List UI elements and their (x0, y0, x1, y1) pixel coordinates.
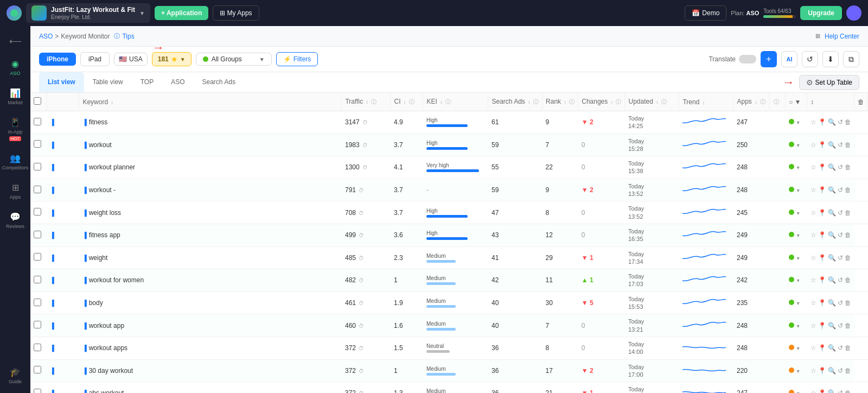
ipad-tab[interactable]: iPad (80, 52, 110, 66)
row-checkbox[interactable] (34, 186, 41, 193)
tab-aso[interactable]: ASO (162, 72, 193, 92)
search-action-icon[interactable]: 🔍 (828, 367, 836, 375)
status-dropdown[interactable]: ▼ (796, 301, 801, 306)
status-dropdown[interactable]: ▼ (796, 324, 801, 329)
refresh-action-icon[interactable]: ↺ (838, 186, 843, 194)
row-checkbox[interactable] (34, 163, 41, 170)
traffic-info-icon[interactable]: ⏱ (359, 345, 364, 351)
row-checkbox[interactable] (34, 389, 41, 393)
tab-list-view[interactable]: List view (39, 72, 84, 92)
status-dropdown[interactable]: ▼ (796, 165, 801, 170)
star-action-icon[interactable]: ☆ (810, 231, 816, 239)
status-dropdown[interactable]: ▼ (796, 369, 801, 374)
row-checkbox[interactable] (34, 321, 41, 328)
header-changes[interactable]: Changes ↕ ⓘ (578, 93, 625, 111)
star-action-icon[interactable]: ☆ (810, 209, 816, 217)
ai-button[interactable]: AI (781, 51, 797, 67)
star-action-icon[interactable]: ☆ (810, 322, 816, 329)
delete-action-icon[interactable]: 🗑 (845, 299, 851, 307)
row-checkbox[interactable] (34, 208, 41, 215)
sidebar-item-inapp[interactable]: 📱 In-App HOT (0, 112, 30, 145)
delete-action-icon[interactable]: 🗑 (845, 276, 851, 284)
row-checkbox[interactable] (34, 231, 41, 238)
tips-label[interactable]: Tips (122, 33, 134, 40)
breadcrumb-aso[interactable]: ASO (39, 33, 53, 40)
status-dropdown[interactable]: ▼ (796, 233, 801, 238)
search-action-icon[interactable]: 🔍 (828, 344, 836, 352)
header-rank[interactable]: Rank ↕ ⓘ (542, 93, 578, 111)
traffic-info-icon[interactable]: ⏱ (362, 164, 368, 170)
group-selector[interactable]: All Groups ▼ (196, 53, 272, 66)
refresh-action-icon[interactable]: ↺ (838, 254, 843, 262)
delete-action-icon[interactable]: 🗑 (845, 118, 851, 126)
star-action-icon[interactable]: ☆ (810, 141, 816, 149)
tab-search-ads[interactable]: Search Ads (194, 72, 244, 92)
refresh-action-icon[interactable]: ↺ (838, 276, 843, 284)
search-action-icon[interactable]: 🔍 (828, 118, 836, 126)
download-button[interactable]: ⬇ (822, 51, 839, 67)
sidebar-collapse[interactable]: ⟵ (0, 30, 30, 51)
traffic-info-icon[interactable]: ⏱ (359, 368, 364, 374)
star-action-icon[interactable]: ☆ (810, 367, 816, 375)
star-action-icon[interactable]: ☆ (810, 186, 816, 194)
star-action-icon[interactable]: ☆ (810, 163, 816, 171)
refresh-action-icon[interactable]: ↺ (838, 299, 843, 307)
refresh-action-icon[interactable]: ↺ (838, 322, 843, 329)
status-dropdown[interactable]: ▼ (796, 278, 801, 283)
delete-action-icon[interactable]: 🗑 (845, 209, 851, 217)
sidebar-item-guide[interactable]: 🎓 Guide (0, 362, 30, 389)
myapps-button[interactable]: ⊞ My Apps (213, 5, 259, 21)
traffic-info-icon[interactable]: ⏱ (359, 323, 364, 329)
traffic-info-icon[interactable]: ⏱ (359, 277, 364, 283)
delete-action-icon[interactable]: 🗑 (845, 322, 851, 329)
traffic-info-icon[interactable]: ⏱ (359, 390, 364, 393)
help-center-label[interactable]: Help Center (825, 33, 859, 40)
traffic-info-icon[interactable]: ⏱ (359, 187, 364, 193)
refresh-action-icon[interactable]: ↺ (838, 389, 843, 393)
row-checkbox[interactable] (34, 253, 41, 261)
copy-button[interactable]: ⧉ (843, 51, 859, 67)
tab-table-view[interactable]: Table view (84, 72, 132, 92)
search-action-icon[interactable]: 🔍 (828, 276, 836, 284)
pin-action-icon[interactable]: 📍 (818, 367, 826, 375)
pin-action-icon[interactable]: 📍 (818, 322, 826, 329)
refresh-action-icon[interactable]: ↺ (838, 231, 843, 239)
status-dropdown[interactable]: ▼ (796, 346, 801, 351)
search-action-icon[interactable]: 🔍 (828, 254, 836, 262)
status-dropdown[interactable]: ▼ (796, 211, 801, 216)
tab-top[interactable]: TOP (132, 72, 162, 92)
search-action-icon[interactable]: 🔍 (828, 231, 836, 239)
application-button[interactable]: + Application (155, 6, 208, 20)
row-checkbox[interactable] (34, 299, 41, 306)
filter-button[interactable]: ⚡ Filters (276, 52, 318, 66)
header-trend[interactable]: Trend ↕ (679, 93, 733, 111)
pin-action-icon[interactable]: 📍 (818, 163, 826, 171)
demo-button[interactable]: 📅 Demo (685, 5, 726, 21)
search-action-icon[interactable]: 🔍 (828, 389, 836, 393)
header-search-ads[interactable]: Search Ads ↕ ⓘ (488, 93, 542, 111)
status-dropdown[interactable]: ▼ (796, 256, 801, 261)
refresh-action-icon[interactable]: ↺ (838, 344, 843, 352)
translate-toggle[interactable] (739, 55, 756, 64)
delete-action-icon[interactable]: 🗑 (845, 231, 851, 239)
delete-action-icon[interactable]: 🗑 (845, 141, 851, 149)
header-updated[interactable]: Updated ↕ ⓘ (625, 93, 679, 111)
iphone-tab[interactable]: iPhone (39, 53, 76, 66)
star-button[interactable]: ★ (171, 55, 178, 64)
pin-action-icon[interactable]: 📍 (818, 231, 826, 239)
star-action-icon[interactable]: ☆ (810, 299, 816, 307)
refresh-action-icon[interactable]: ↺ (838, 163, 843, 171)
status-dropdown[interactable]: ▼ (796, 188, 801, 193)
delete-action-icon[interactable]: 🗑 (845, 389, 851, 393)
setup-table-button[interactable]: ⚙ Set Up Table (799, 75, 860, 90)
search-action-icon[interactable]: 🔍 (828, 209, 836, 217)
header-kei[interactable]: KEI ↕ ⓘ (423, 93, 488, 111)
row-checkbox[interactable] (34, 344, 41, 351)
refresh-action-icon[interactable]: ↺ (838, 118, 843, 126)
select-all-checkbox[interactable] (34, 97, 41, 105)
pin-action-icon[interactable]: 📍 (818, 141, 826, 149)
row-checkbox[interactable] (34, 140, 41, 148)
add-button[interactable]: + (761, 51, 777, 67)
header-keyword[interactable]: Keyword ↕ (79, 93, 342, 111)
delete-action-icon[interactable]: 🗑 (845, 367, 851, 375)
